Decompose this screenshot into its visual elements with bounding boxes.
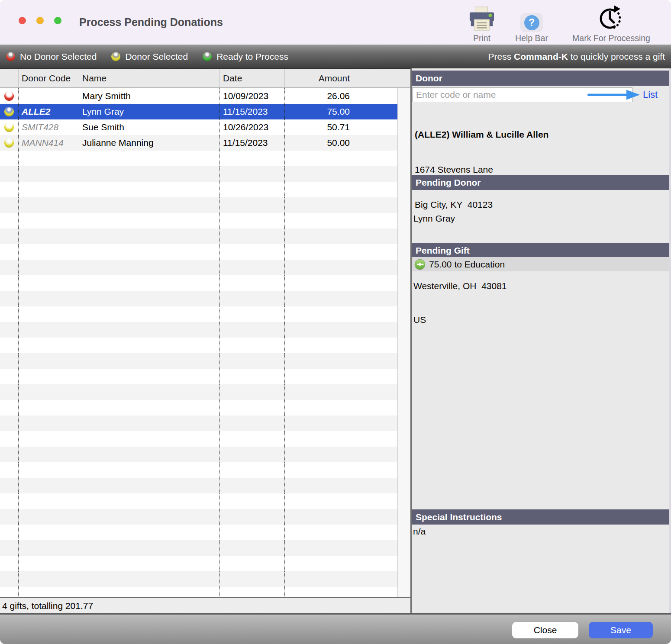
app-window: Process Pending Donations Print ? Help B… — [0, 0, 671, 644]
print-button[interactable]: Print — [460, 3, 503, 43]
table-row[interactable]: SMIT428Sue Smith10/26/202350.71 — [0, 119, 397, 135]
extra-cell — [353, 88, 397, 104]
minimize-window-button[interactable] — [36, 17, 44, 24]
amount-cell — [285, 244, 353, 260]
name-cell — [79, 571, 220, 587]
amount-cell — [285, 384, 353, 400]
table-row[interactable]: MANN414Julianne Manning11/15/202350.00 — [0, 135, 397, 151]
date-cell — [220, 415, 285, 431]
donor-code-cell — [19, 400, 79, 415]
column-header-name: Name — [79, 69, 220, 87]
date-cell — [220, 587, 285, 597]
extra-cell — [353, 322, 397, 338]
name-cell — [79, 322, 220, 338]
column-header-status — [0, 69, 19, 87]
table-row-empty — [0, 306, 397, 322]
name-cell — [79, 260, 220, 275]
shortcut-hint: Press Command-K to quickly process a gif… — [488, 45, 665, 68]
date-cell: 11/15/2023 — [220, 135, 285, 151]
amount-cell — [285, 493, 353, 509]
amount-cell: 75.00 — [285, 104, 353, 119]
table-row-empty — [0, 244, 397, 260]
close-button[interactable]: Close — [512, 622, 578, 638]
donor-code-cell — [19, 260, 79, 275]
status-cell — [0, 415, 19, 431]
print-label: Print — [473, 33, 490, 43]
pending-donor-section-header: Pending Donor — [412, 175, 669, 190]
help-bar-button[interactable]: ? Help Bar — [503, 3, 560, 43]
amount-cell — [285, 151, 353, 166]
amount-cell — [285, 447, 353, 462]
save-button[interactable]: Save — [589, 622, 653, 638]
status-cell — [0, 587, 19, 597]
extra-cell — [353, 462, 397, 478]
donor-code-cell — [19, 369, 79, 384]
amount-cell — [285, 306, 353, 322]
name-cell — [79, 182, 220, 197]
zoom-window-button[interactable] — [54, 17, 61, 24]
extra-cell — [353, 415, 397, 431]
name-cell — [79, 415, 220, 431]
date-cell — [220, 151, 285, 166]
status-cell — [0, 462, 19, 478]
table-row-empty — [0, 384, 397, 400]
name-cell: Sue Smith — [79, 119, 220, 135]
name-cell — [79, 478, 220, 493]
donor-code-cell — [19, 166, 79, 182]
list-link[interactable]: List — [643, 88, 658, 101]
name-cell — [79, 213, 220, 229]
status-legend: No Donor Selected Donor Selected Ready t… — [6, 45, 288, 68]
table-row-empty — [0, 509, 397, 525]
table-row-empty — [0, 353, 397, 369]
extra-cell — [353, 104, 397, 119]
donor-code-cell — [19, 587, 79, 597]
donor-code-cell — [19, 322, 79, 338]
extra-cell — [353, 400, 397, 415]
donor-code-cell — [19, 509, 79, 525]
table-row-empty — [0, 213, 397, 229]
amount-cell: 26.06 — [285, 88, 353, 104]
status-cell — [0, 275, 19, 291]
amount-cell — [285, 322, 353, 338]
special-instructions-section-header: Special Instructions — [412, 509, 669, 525]
column-header-date: Date — [220, 69, 285, 87]
donor-section-header: Donor — [412, 71, 669, 86]
extra-cell — [353, 119, 397, 135]
extra-cell — [353, 151, 397, 166]
date-cell: 11/15/2023 — [220, 104, 285, 119]
table-scrollbar[interactable] — [397, 88, 410, 597]
date-cell — [220, 322, 285, 338]
donor-code-cell — [19, 182, 79, 197]
legend-donor-selected: Donor Selected — [111, 52, 188, 62]
table-row[interactable]: Mary Smitth10/09/202326.06 — [0, 88, 397, 104]
donor-code-cell — [19, 556, 79, 571]
pending-gift-item[interactable]: 75.00 to Education — [412, 257, 669, 271]
name-cell — [79, 525, 220, 540]
table-row-empty — [0, 540, 397, 556]
amount-cell — [285, 431, 353, 447]
amount-cell: 50.00 — [285, 135, 353, 151]
extra-cell — [353, 525, 397, 540]
red-status-icon — [6, 52, 15, 61]
extra-cell — [353, 384, 397, 400]
table-row-empty — [0, 275, 397, 291]
status-cell — [0, 400, 19, 415]
extra-cell — [353, 587, 397, 597]
amount-cell — [285, 275, 353, 291]
table-row[interactable]: ALLE2Lynn Gray11/15/202375.00 — [0, 104, 397, 119]
status-cell — [0, 556, 19, 571]
name-cell: Mary Smitth — [79, 88, 220, 104]
table-row-empty — [0, 166, 397, 182]
name-cell — [79, 587, 220, 597]
close-window-button[interactable] — [19, 17, 26, 24]
status-cell — [0, 244, 19, 260]
mark-for-processing-button[interactable]: Mark For Processing — [561, 3, 662, 43]
extra-cell — [353, 431, 397, 447]
amount-cell — [285, 229, 353, 244]
status-cell — [0, 509, 19, 525]
table-row-empty — [0, 447, 397, 462]
name-cell — [79, 431, 220, 447]
table-row-empty — [0, 525, 397, 540]
extra-cell — [353, 571, 397, 587]
amount-cell — [285, 556, 353, 571]
